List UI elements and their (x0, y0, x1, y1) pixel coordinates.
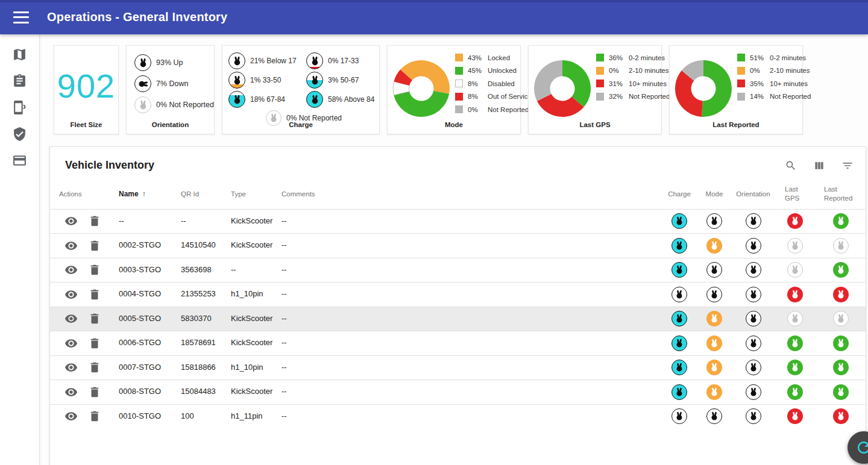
delete-icon (88, 312, 101, 325)
view-button[interactable] (64, 214, 78, 228)
charge-status-cell (661, 258, 697, 282)
view-button[interactable] (64, 288, 78, 301)
mode-status-cell (697, 380, 731, 405)
green-rabbit-icon (787, 335, 803, 351)
table-toolbar (785, 155, 854, 172)
delete-button[interactable] (88, 337, 101, 350)
view-button[interactable] (64, 263, 78, 276)
delete-button[interactable] (88, 214, 101, 228)
table-row[interactable]: 0003-STGO3563698---- (50, 258, 866, 282)
filter-button[interactable] (841, 160, 854, 172)
cyan-rabbit-icon (671, 311, 687, 326)
charge-column-left: 21% Below 171% 33-5018% 67-84 (228, 51, 306, 109)
page-title: Operations - General Inventory (47, 10, 227, 24)
view-button[interactable] (64, 337, 78, 350)
qr-id-cell: 15084483 (171, 380, 221, 405)
comments-cell: -- (272, 258, 661, 282)
orientation-stat-text: 93% Up (156, 58, 183, 67)
search-button[interactable] (785, 160, 797, 172)
delete-icon (88, 288, 101, 301)
delete-icon (88, 239, 101, 252)
column-header-name[interactable]: Name↑ (109, 179, 171, 209)
column-header-actions[interactable]: Actions (50, 179, 109, 209)
view-button[interactable] (64, 239, 78, 252)
column-header-text: LastGPS (785, 185, 799, 202)
view-button[interactable] (64, 410, 78, 423)
sidebar-item-credit-card-icon[interactable] (7, 147, 33, 173)
view-button[interactable] (64, 385, 78, 399)
charge-stat-text: 0% 17-33 (328, 57, 359, 65)
delete-button[interactable] (88, 361, 101, 374)
type-cell: h1_11pin (221, 404, 272, 428)
view-icon (64, 385, 78, 399)
red-rabbit-icon (787, 213, 803, 229)
delete-button[interactable] (88, 312, 101, 325)
green-rabbit-icon (787, 384, 803, 400)
column-header-charge[interactable]: Charge (661, 179, 697, 209)
table-row[interactable]: 0007-STGO15818866h1_10pin-- (50, 355, 866, 380)
orientation-stat-text: 0% Not Reported (156, 101, 214, 109)
map-icon (12, 47, 27, 62)
menu-icon[interactable] (13, 11, 29, 23)
delete-button[interactable] (88, 410, 101, 423)
black-rabbit-icon (746, 311, 761, 326)
charge-level-icon (228, 52, 245, 69)
last-reported-status-cell (814, 380, 866, 405)
column-header-orientation[interactable]: Orientation (731, 179, 775, 209)
column-header-last-gps[interactable]: LastGPS (775, 179, 814, 209)
type-cell: -- (221, 258, 272, 282)
sidebar-item-clipboard-icon[interactable] (7, 67, 33, 94)
legend-item: 14%Not Reported (737, 90, 811, 104)
charge-level-icon (306, 52, 323, 69)
table-row[interactable]: 0010-STGO100h1_11pin-- (50, 404, 866, 428)
delete-button[interactable] (88, 263, 101, 276)
delete-icon (88, 361, 101, 374)
name-cell: 0002-STGO (109, 234, 171, 258)
charge-status-cell (661, 234, 697, 258)
gray-rabbit-icon (833, 311, 849, 326)
columns-button[interactable] (813, 160, 825, 172)
column-header-type[interactable]: Type (221, 179, 272, 209)
delete-icon (88, 214, 101, 228)
delete-button[interactable] (88, 288, 101, 301)
name-cell: 0007-STGO (109, 355, 171, 380)
table-row[interactable]: ----KickScooter-- (50, 209, 866, 234)
table-row[interactable]: 0005-STGO5830370KickScooter-- (50, 307, 866, 331)
cyan-rabbit-icon (671, 213, 687, 229)
column-header-mode[interactable]: Mode (697, 179, 731, 209)
table-row[interactable]: 0008-STGO15084483KickScooter-- (50, 380, 866, 405)
legend-item: 43%Locked (455, 51, 532, 64)
view-icon (64, 288, 78, 301)
delete-button[interactable] (88, 385, 101, 399)
column-header-last-reported[interactable]: LastReported (814, 179, 866, 209)
legend-swatch (737, 80, 745, 87)
sidebar-item-shield-check-icon[interactable] (7, 120, 33, 147)
last-reported-status-cell (814, 355, 866, 380)
view-button[interactable] (64, 312, 78, 325)
type-cell: h1_10pin (221, 282, 272, 307)
sidebar-item-map-icon[interactable] (7, 41, 33, 67)
charge-status-cell (661, 209, 697, 234)
column-header-comments[interactable]: Comments (272, 179, 661, 209)
table-row[interactable]: 0002-STGO14510540KickScooter-- (50, 234, 866, 258)
table-scroll-area[interactable]: ActionsName↑QR IdTypeCommentsChargeModeO… (50, 179, 866, 428)
table-row[interactable]: 0006-STGO18578691KickScooter-- (50, 331, 866, 356)
orientation-card: 93% Up7% Down0% Not ReportedOrientation (126, 45, 215, 134)
sidebar-item-device-ring-icon[interactable] (7, 94, 33, 120)
view-button[interactable] (64, 361, 78, 374)
actions-cell (50, 282, 109, 307)
last-gps-status-cell (775, 331, 814, 356)
black-rabbit-icon (706, 213, 722, 229)
cyan-rabbit-icon (671, 238, 687, 254)
column-header-qr-id[interactable]: QR Id (171, 179, 221, 209)
delete-button[interactable] (88, 239, 101, 252)
credit-card-icon (12, 153, 27, 168)
filter-icon (841, 160, 854, 172)
last-reported-status-cell (814, 282, 866, 307)
legend-item: 36%0-2 minutes (596, 51, 670, 64)
mode-status-cell (697, 282, 731, 307)
last-gps-card: 36%0-2 minutes0%2-10 minutes31%10+ minut… (528, 45, 662, 134)
legend-item: 8%Out of Service (455, 90, 532, 104)
table-row[interactable]: 0004-STGO21355253h1_10pin-- (50, 282, 866, 307)
charge-level-icon (306, 72, 323, 89)
